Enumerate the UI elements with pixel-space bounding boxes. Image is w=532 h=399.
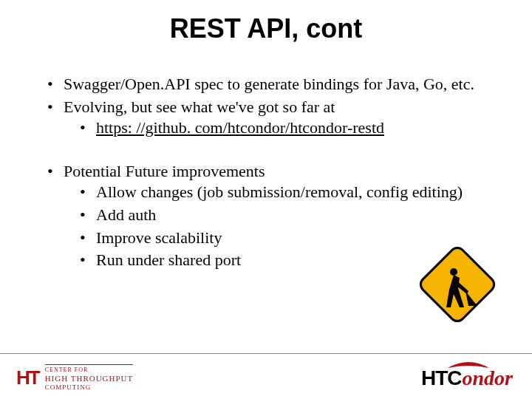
slide-body: Swagger/Open.API spec to generate bindin… xyxy=(0,44,532,271)
bullet-swagger: Swagger/Open.API spec to generate bindin… xyxy=(47,74,502,95)
bullet-future-text: Potential Future improvements xyxy=(64,162,265,180)
chtc-logo-mark: HT xyxy=(16,366,39,389)
footer: HT CENTER FOR HIGH THROUGHPUT COMPUTING … xyxy=(0,353,532,399)
svg-point-1 xyxy=(450,268,457,276)
bullet-evolving: Evolving, but see what we've got so far … xyxy=(47,97,502,139)
chtc-logo-text: CENTER FOR HIGH THROUGHPUT COMPUTING xyxy=(45,364,134,392)
slide-title: REST API, cont xyxy=(0,0,532,44)
chtc-logo: HT CENTER FOR HIGH THROUGHPUT COMPUTING xyxy=(16,364,133,392)
bullet-allow-changes: Allow changes (job submission/removal, c… xyxy=(80,182,502,203)
repo-link[interactable]: https: //github. com/htcondor/htcondor-r… xyxy=(96,118,384,137)
chtc-line1: CENTER FOR xyxy=(45,366,134,374)
construction-sign-icon xyxy=(417,244,498,325)
bullet-add-auth: Add auth xyxy=(80,205,502,226)
htcondor-htc: HTC xyxy=(421,366,462,390)
htcondor-logo: HTCondor xyxy=(421,366,513,390)
htcondor-ondor: ondor xyxy=(463,366,513,390)
bullet-evolving-text: Evolving, but see what we've got so far … xyxy=(64,98,335,116)
chtc-line3: COMPUTING xyxy=(45,383,134,392)
chtc-line2: HIGH THROUGHPUT xyxy=(45,374,134,383)
bullet-link-item: https: //github. com/htcondor/htcondor-r… xyxy=(80,117,502,139)
